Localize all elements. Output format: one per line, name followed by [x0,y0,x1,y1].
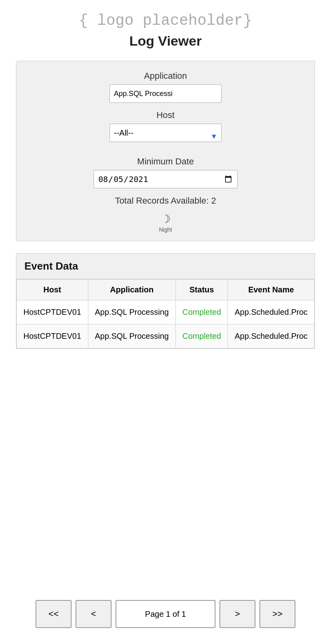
table-header-row: Host Application Status Event Name [17,280,315,300]
night-label: Night [159,226,172,233]
cell-event-name: App.Scheduled.Proc [228,300,315,324]
application-input[interactable] [110,84,221,103]
col-event-name: Event Name [228,280,315,300]
col-status: Status [175,280,228,300]
min-date-label: Minimum Date [137,156,194,167]
col-application: Application [88,280,175,300]
cell-status: Completed [175,300,228,324]
cell-host: HostCPTDEV01 [17,324,88,348]
night-mode-button[interactable]: ☽ Night [159,212,172,233]
cell-status: Completed [175,324,228,348]
page-info: Page 1 of 1 [116,600,215,628]
application-label: Application [144,71,187,81]
cell-event-name: App.Scheduled.Proc [228,324,315,348]
event-data-header: Event Data [16,254,315,279]
next-page-button[interactable]: > [219,600,255,628]
table-row: HostCPTDEV01App.SQL ProcessingCompletedA… [17,324,315,348]
pagination-bar: << < Page 1 of 1 > >> [16,600,315,628]
event-data-title: Event Data [24,260,78,272]
event-data-table: Host Application Status Event Name HostC… [16,279,315,348]
host-label: Host [156,110,174,120]
cell-host: HostCPTDEV01 [17,300,88,324]
moon-icon: ☽ [161,212,171,226]
logo-placeholder: { logo placeholder} [79,12,252,29]
page-title: Log Viewer [130,33,202,49]
host-select-wrapper: --All-- ▼ [110,124,221,149]
cell-application: App.SQL Processing [88,324,175,348]
total-records-text: Total Records Available: 2 [115,196,216,206]
page-wrapper: { logo placeholder} Log Viewer Applicati… [0,0,331,644]
prev-page-button[interactable]: < [76,600,112,628]
cell-application: App.SQL Processing [88,300,175,324]
first-page-button[interactable]: << [36,600,72,628]
last-page-button[interactable]: >> [259,600,295,628]
filter-panel: Application Host --All-- ▼ Minimum Date … [16,61,315,241]
host-select[interactable]: --All-- [110,124,221,142]
table-row: HostCPTDEV01App.SQL ProcessingCompletedA… [17,300,315,324]
col-host: Host [17,280,88,300]
event-data-section: Event Data Host Application Status Event… [16,253,315,349]
min-date-input[interactable] [94,170,237,188]
